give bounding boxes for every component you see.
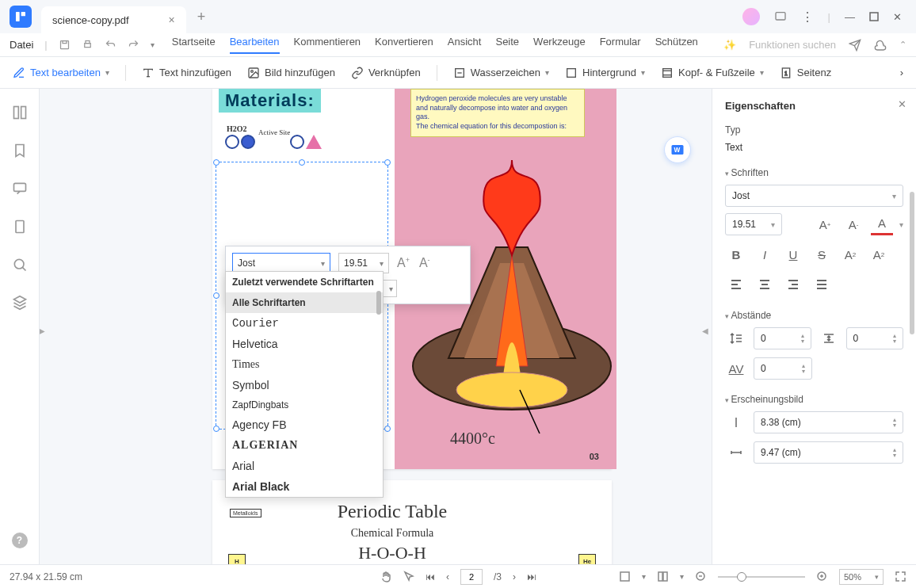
export-word-button[interactable]: W [664, 136, 691, 163]
font-option[interactable]: Symbol [226, 375, 383, 395]
width-input[interactable]: 8.38 (cm)▴▾ [754, 411, 903, 433]
page-input[interactable] [460, 569, 483, 585]
zoom-level-select[interactable]: 50%▾ [839, 569, 884, 585]
fit-width-icon[interactable] [619, 571, 631, 582]
para-spacing-input[interactable]: 0▴▾ [846, 327, 904, 349]
send-icon[interactable] [849, 39, 861, 52]
toolbar-scroll-right[interactable]: › [900, 67, 903, 78]
header-footer-button[interactable]: Kopf- & Fußzeile ▾ [661, 67, 764, 79]
fullscreen-icon[interactable] [895, 571, 906, 582]
more-icon[interactable]: ⋮ [801, 10, 814, 25]
expand-left-icon[interactable]: ▶ [40, 326, 45, 335]
close-window-button[interactable]: ✕ [893, 11, 902, 23]
attachments-icon[interactable] [12, 219, 28, 235]
zoom-out-icon[interactable] [695, 571, 707, 582]
font-option[interactable]: ALGERIAN [226, 435, 383, 456]
chat-icon[interactable] [774, 10, 787, 23]
align-right-icon[interactable] [782, 273, 804, 296]
align-justify-icon[interactable] [811, 273, 833, 296]
char-spacing-input[interactable]: 0▴▾ [754, 357, 812, 380]
zoom-in-icon[interactable] [816, 571, 828, 582]
appearance-section-label[interactable]: Erscheinungsbild [725, 394, 903, 405]
cloud-icon[interactable] [874, 39, 887, 52]
expand-right-icon[interactable]: ◀ [702, 326, 708, 335]
font-option[interactable]: Courier [226, 313, 383, 334]
add-text-button[interactable]: Text hinzufügen [142, 67, 231, 79]
file-menu[interactable]: Datei [10, 39, 33, 51]
select-tool-icon[interactable] [403, 571, 414, 582]
props-font-size[interactable]: 19.51▾ [725, 213, 782, 235]
font-list-scrollbar[interactable] [376, 291, 381, 315]
add-image-button[interactable]: Bild hinzufügen [247, 67, 335, 79]
tab-ansicht[interactable]: Ansicht [448, 36, 482, 54]
height-input[interactable]: 9.47 (cm)▴▾ [754, 441, 903, 464]
dropdown-icon[interactable]: ▾ [151, 40, 155, 49]
fonts-section-label[interactable]: Schriften [725, 167, 903, 178]
tab-seite[interactable]: Seite [495, 36, 519, 54]
align-left-icon[interactable] [725, 273, 747, 296]
print-icon[interactable] [82, 39, 94, 51]
font-option[interactable]: Times [226, 354, 383, 375]
subscript-icon[interactable]: A2 [868, 243, 890, 265]
tab-konvertieren[interactable]: Konvertieren [375, 36, 433, 54]
font-color-icon[interactable]: A [871, 213, 893, 235]
last-page-icon[interactable]: ⏭ [527, 571, 536, 582]
prev-page-icon[interactable]: ‹ [446, 571, 449, 582]
search-rail-icon[interactable] [12, 257, 28, 273]
panel-scrollbar[interactable] [910, 192, 914, 334]
search-functions[interactable]: Funktionen suchen [749, 39, 836, 51]
layers-icon[interactable] [12, 295, 28, 311]
save-icon[interactable] [59, 39, 71, 51]
strikethrough-icon[interactable]: S [811, 243, 833, 265]
align-center-icon[interactable] [754, 273, 776, 296]
decrease-font-icon[interactable]: A- [842, 213, 864, 235]
thumbnails-icon[interactable] [12, 105, 28, 120]
underline-icon[interactable]: U [782, 243, 804, 265]
font-option[interactable]: ZapfDingbats [226, 395, 383, 414]
props-font-select[interactable]: Jost▾ [725, 185, 903, 207]
close-tab-icon[interactable]: × [169, 13, 175, 26]
font-option[interactable]: Arial [226, 456, 383, 476]
bold-icon[interactable]: B [725, 243, 747, 265]
view-mode-icon[interactable] [657, 571, 669, 582]
zoom-slider[interactable] [718, 576, 805, 578]
help-button[interactable]: ? [12, 533, 28, 548]
comments-icon[interactable] [12, 181, 28, 197]
increase-font-icon[interactable]: A+ [814, 213, 836, 235]
decrease-font-icon[interactable]: A- [419, 256, 430, 270]
font-option[interactable]: Arial Black [226, 476, 383, 497]
increase-font-icon[interactable]: A+ [397, 256, 410, 270]
hand-tool-icon[interactable] [380, 571, 391, 582]
type-value: Text [725, 142, 903, 153]
tab-kommentieren[interactable]: Kommentieren [294, 36, 361, 54]
superscript-icon[interactable]: A2 [839, 243, 861, 265]
tab-bearbeiten[interactable]: Bearbeiten [230, 36, 280, 54]
first-page-icon[interactable]: ⏮ [426, 571, 435, 582]
background-button[interactable]: Hintergrund ▾ [565, 67, 645, 79]
maximize-button[interactable] [869, 12, 879, 21]
minimize-button[interactable]: — [845, 11, 855, 23]
tab-formular[interactable]: Formular [600, 36, 641, 54]
page-numbers-button[interactable]: 1 Seitenz [780, 67, 831, 79]
next-page-icon[interactable]: › [513, 571, 516, 582]
edit-text-button[interactable]: Text bearbeiten ▾ [13, 67, 109, 79]
tab-startseite[interactable]: Startseite [172, 36, 216, 54]
font-option[interactable]: Agency FB [226, 414, 383, 435]
bookmarks-icon[interactable] [12, 143, 28, 158]
close-panel-icon[interactable]: ✕ [898, 98, 906, 110]
undo-icon[interactable] [105, 39, 116, 51]
new-tab-button[interactable]: + [197, 9, 206, 25]
tab-schuetzen[interactable]: Schützen [655, 36, 698, 54]
collapse-icon[interactable]: ⌃ [899, 40, 906, 50]
font-option[interactable]: Helvetica [226, 334, 383, 354]
watermark-button[interactable]: Wasserzeichen ▾ [453, 67, 549, 79]
document-tab[interactable]: science-copy.pdf × [41, 6, 186, 33]
italic-icon[interactable]: I [754, 243, 776, 265]
redo-icon[interactable] [128, 39, 139, 51]
tab-werkzeuge[interactable]: Werkzeuge [533, 36, 586, 54]
document-canvas[interactable]: ▶ Materials: H2O2 Active Site Hydrogen p… [40, 89, 712, 564]
link-button[interactable]: Verknüpfen [351, 67, 421, 79]
line-spacing-input[interactable]: 0▴▾ [754, 327, 811, 349]
user-avatar[interactable] [742, 8, 760, 25]
spacing-section-label[interactable]: Abstände [725, 310, 903, 321]
